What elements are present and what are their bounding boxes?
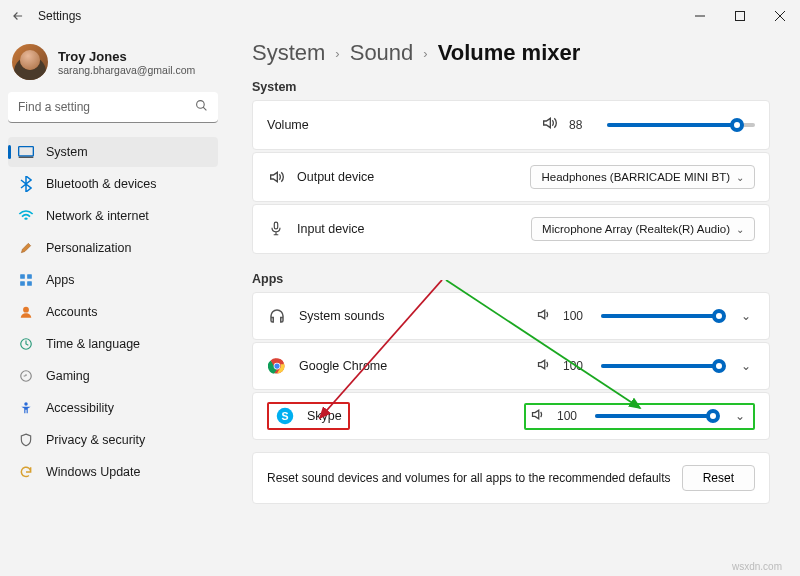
- profile-email: sarang.bhargava@gmail.com: [58, 64, 195, 76]
- chrome-icon: [267, 356, 287, 376]
- app-name: System sounds: [299, 309, 524, 323]
- app-volume-value: 100: [557, 409, 583, 423]
- sidebar-item-network[interactable]: Network & internet: [8, 201, 218, 231]
- titlebar: Settings: [0, 0, 800, 32]
- speaker-icon: [267, 169, 285, 185]
- app-card-system-sounds: System sounds 100 ⌄: [252, 292, 770, 340]
- svg-rect-3: [20, 274, 25, 279]
- input-device-dropdown[interactable]: Microphone Array (Realtek(R) Audio) ⌄: [531, 217, 755, 241]
- volume-value: 88: [569, 118, 595, 132]
- reset-button[interactable]: Reset: [682, 465, 755, 491]
- svg-text:S: S: [281, 410, 288, 422]
- expand-button[interactable]: ⌄: [731, 409, 749, 423]
- output-device-card: Output device Headphones (BARRICADE MINI…: [252, 152, 770, 202]
- app-volume-value: 100: [563, 309, 589, 323]
- profile-block[interactable]: Troy Jones sarang.bhargava@gmail.com: [8, 40, 218, 92]
- reset-card: Reset sound devices and volumes for all …: [252, 452, 770, 504]
- sidebar-item-apps[interactable]: Apps: [8, 265, 218, 295]
- page-title: Volume mixer: [438, 40, 581, 66]
- app-name: Skype: [307, 409, 342, 423]
- reset-description: Reset sound devices and volumes for all …: [267, 471, 671, 485]
- bluetooth-icon: [18, 176, 34, 192]
- sidebar-item-accounts[interactable]: Accounts: [8, 297, 218, 327]
- sidebar-item-label: Gaming: [46, 369, 90, 383]
- svg-rect-6: [27, 281, 32, 286]
- minimize-button[interactable]: [680, 0, 720, 32]
- search-input[interactable]: Find a setting: [8, 92, 218, 123]
- chevron-down-icon: ⌄: [736, 172, 744, 183]
- output-device-dropdown[interactable]: Headphones (BARRICADE MINI BT) ⌄: [530, 165, 755, 189]
- profile-name: Troy Jones: [58, 49, 195, 64]
- chevron-right-icon: ›: [423, 46, 427, 61]
- sidebar: Troy Jones sarang.bhargava@gmail.com Fin…: [0, 32, 226, 576]
- input-device-value: Microphone Array (Realtek(R) Audio): [542, 223, 730, 235]
- breadcrumb-system[interactable]: System: [252, 40, 325, 66]
- wifi-icon: [18, 208, 34, 224]
- output-device-value: Headphones (BARRICADE MINI BT): [541, 171, 730, 183]
- apps-icon: [18, 272, 34, 288]
- sidebar-item-label: System: [46, 145, 88, 159]
- microphone-icon: [267, 221, 285, 237]
- apps-list: System sounds 100 ⌄ Google Chrome 100 ⌄: [252, 292, 770, 440]
- svg-rect-11: [274, 222, 277, 229]
- clock-globe-icon: [18, 336, 34, 352]
- person-icon: [18, 304, 34, 320]
- svg-rect-5: [20, 281, 25, 286]
- sidebar-item-time-language[interactable]: Time & language: [8, 329, 218, 359]
- back-button[interactable]: [6, 4, 30, 28]
- speaker-icon[interactable]: [530, 407, 545, 426]
- output-device-label: Output device: [297, 170, 518, 184]
- display-icon: [18, 144, 34, 160]
- speaker-icon[interactable]: [536, 307, 551, 326]
- breadcrumb-sound[interactable]: Sound: [350, 40, 414, 66]
- expand-button[interactable]: ⌄: [737, 359, 755, 373]
- sidebar-item-privacy[interactable]: Privacy & security: [8, 425, 218, 455]
- close-button[interactable]: [760, 0, 800, 32]
- svg-point-1: [197, 101, 205, 109]
- app-volume-slider[interactable]: [601, 308, 719, 324]
- app-card-skype: S Skype 100 ⌄: [252, 392, 770, 440]
- avatar: [12, 44, 48, 80]
- gaming-icon: [18, 368, 34, 384]
- speaker-icon[interactable]: [536, 357, 551, 376]
- sidebar-item-system[interactable]: System: [8, 137, 218, 167]
- paintbrush-icon: [18, 240, 34, 256]
- sidebar-item-label: Accounts: [46, 305, 97, 319]
- sidebar-item-label: Personalization: [46, 241, 131, 255]
- speaker-icon[interactable]: [541, 115, 557, 135]
- sidebar-item-label: Windows Update: [46, 465, 141, 479]
- svg-rect-0: [736, 12, 745, 21]
- svg-point-7: [23, 307, 29, 313]
- search-icon: [195, 99, 208, 115]
- maximize-button[interactable]: [720, 0, 760, 32]
- expand-button[interactable]: ⌄: [737, 309, 755, 323]
- svg-point-10: [24, 402, 28, 406]
- app-volume-slider[interactable]: [601, 358, 719, 374]
- watermark: wsxdn.com: [732, 561, 782, 572]
- skype-icon: S: [275, 406, 295, 426]
- sidebar-item-gaming[interactable]: Gaming: [8, 361, 218, 391]
- accessibility-icon: [18, 400, 34, 416]
- sidebar-item-label: Bluetooth & devices: [46, 177, 157, 191]
- sidebar-item-label: Apps: [46, 273, 75, 287]
- svg-rect-2: [19, 147, 34, 156]
- sidebar-item-personalization[interactable]: Personalization: [8, 233, 218, 263]
- sidebar-item-label: Privacy & security: [46, 433, 145, 447]
- update-icon: [18, 464, 34, 480]
- app-name: Google Chrome: [299, 359, 524, 373]
- app-volume-slider[interactable]: [595, 408, 713, 424]
- sidebar-item-accessibility[interactable]: Accessibility: [8, 393, 218, 423]
- section-label-apps: Apps: [252, 272, 770, 286]
- chevron-down-icon: ⌄: [736, 224, 744, 235]
- volume-slider[interactable]: [607, 117, 755, 133]
- headphones-icon: [267, 306, 287, 326]
- svg-rect-4: [27, 274, 32, 279]
- sidebar-item-windows-update[interactable]: Windows Update: [8, 457, 218, 487]
- window-title: Settings: [38, 9, 81, 23]
- search-placeholder: Find a setting: [18, 100, 90, 114]
- volume-card: Volume 88: [252, 100, 770, 150]
- app-card-google-chrome: Google Chrome 100 ⌄: [252, 342, 770, 390]
- sidebar-item-label: Accessibility: [46, 401, 114, 415]
- input-device-card: Input device Microphone Array (Realtek(R…: [252, 204, 770, 254]
- sidebar-item-bluetooth[interactable]: Bluetooth & devices: [8, 169, 218, 199]
